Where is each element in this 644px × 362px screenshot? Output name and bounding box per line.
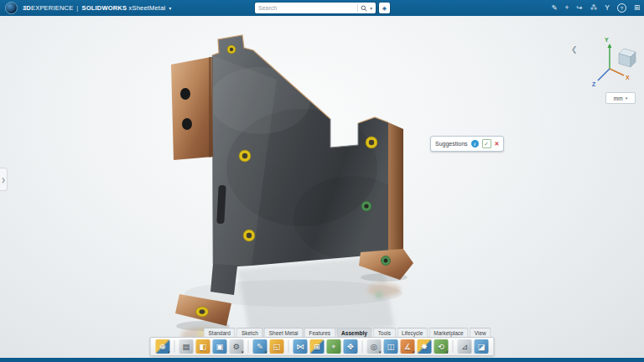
hide-show-button[interactable]: ◫ — [384, 339, 398, 354]
accept-suggestion-icon[interactable]: ✓ — [482, 139, 491, 148]
chevron-down-icon: ▾ — [168, 349, 170, 354]
tab-features[interactable]: Features — [304, 328, 335, 337]
toolbar-separator — [288, 340, 289, 353]
mate-icon: ⋈ — [296, 343, 304, 351]
search-divider — [357, 4, 358, 12]
section-view-button[interactable]: ◪ — [475, 339, 489, 354]
reference-geometry-button[interactable]: ∡▾ — [401, 339, 415, 354]
sketch-icon: ✎ — [257, 343, 263, 351]
new-document-button[interactable]: ▤ — [179, 339, 194, 354]
exploded-view-icon: ✸ — [421, 343, 428, 351]
move-component-icon: ✥ — [347, 343, 354, 351]
brand-app: xSheetMetal — [128, 4, 165, 12]
orientation-triad[interactable]: Y X Z — [589, 35, 642, 90]
save-icon: ▣ — [216, 343, 224, 351]
insert-component-icon: ⊕ — [159, 343, 166, 351]
app-title[interactable]: 3DEXPERIENCE | SOLIDWORKS xSheetMetal ▾ — [23, 4, 172, 12]
x-axis-label: X — [626, 75, 630, 80]
units-value: mm — [614, 96, 623, 101]
add-icon[interactable]: + — [565, 4, 569, 12]
insert-component-button[interactable]: ⊕▾ — [156, 339, 170, 354]
brand-product: SOLIDWORKS — [82, 4, 127, 12]
chevron-down-icon: ▾ — [626, 96, 628, 101]
linear-pattern-icon: ⊞ — [314, 343, 320, 351]
collapse-panel-icon[interactable]: ❮ — [571, 45, 578, 54]
search-icon[interactable] — [361, 5, 367, 12]
tab-marketplace[interactable]: Marketplace — [428, 328, 468, 337]
tab-sheet-metal[interactable]: Sheet Metal — [264, 328, 304, 337]
units-dropdown[interactable]: mm ▾ — [605, 92, 636, 104]
toolbar-separator — [174, 340, 175, 353]
measure-button[interactable]: ⊿ — [458, 339, 472, 354]
tab-lifecycle[interactable]: Lifecycle — [397, 328, 428, 337]
tab-tools[interactable]: Tools — [373, 328, 396, 337]
assembly-toolbar: ⊕▾ ▤ ◧ ▣ ⚙▾ ✎▾ ◱ ⋈ ⊞ ⌖ ✥ ◎▾ ◫ ∡▾ ✸ ⟲▾ ⊿ … — [150, 337, 495, 356]
hide-show-icon: ◫ — [387, 343, 395, 351]
chevron-down-icon: ▾ — [265, 349, 267, 354]
viewport-3d[interactable] — [0, 16, 644, 358]
branch-icon[interactable]: Y — [605, 4, 610, 12]
sketch-button[interactable]: ✎▾ — [253, 339, 267, 354]
chevron-down-icon: ▾ — [379, 349, 382, 354]
share-icon[interactable]: ↪ — [577, 4, 583, 12]
annotate-icon[interactable]: ✎ — [551, 4, 557, 12]
z-axis-label: Z — [592, 81, 596, 87]
interference-check-icon: ⟲ — [438, 343, 444, 351]
measure-icon: ⊿ — [461, 343, 468, 351]
suggestions-popup: Suggestions i ✓ ✕ — [430, 136, 504, 152]
3dexperience-logo-icon[interactable] — [5, 2, 18, 14]
reference-geometry-icon: ∡ — [404, 343, 412, 351]
toolbar-separator — [248, 340, 249, 353]
display-style-button[interactable]: ◎▾ — [367, 339, 382, 354]
brand-3d: 3D — [23, 4, 31, 12]
smart-fasteners-icon: ⌖ — [331, 343, 335, 351]
apps-icon[interactable]: ⊞ — [634, 4, 640, 12]
help-icon[interactable]: ? — [617, 3, 626, 13]
brand-experience: EXPERIENCE — [31, 4, 73, 12]
new-document-icon: ▤ — [183, 343, 190, 351]
application-window: 3DEXPERIENCE | SOLIDWORKS xSheetMetal ▾ … — [0, 0, 644, 362]
close-icon[interactable]: ✕ — [495, 141, 500, 147]
section-view-icon: ◪ — [478, 343, 486, 351]
chevron-down-icon: ▾ — [446, 349, 449, 354]
top-bar: 3DEXPERIENCE | SOLIDWORKS xSheetMetal ▾ … — [0, 0, 644, 16]
smart-fasteners-button[interactable]: ⌖ — [327, 339, 341, 354]
topbar-actions: ✎ + ↪ ⁂ Y ? ⊞ — [551, 0, 640, 16]
linear-pattern-button[interactable]: ⊞ — [310, 339, 325, 354]
open-document-button[interactable]: ◧ — [196, 339, 210, 354]
collaborate-icon[interactable]: ⁂ — [590, 4, 598, 12]
open-document-icon: ◧ — [200, 343, 207, 351]
search-options-chevron-icon[interactable]: ▾ — [370, 6, 372, 11]
chevron-down-icon[interactable]: ▾ — [169, 5, 171, 11]
ribbon-tabs: Standard Sketch Sheet Metal Features Ass… — [204, 328, 495, 337]
tab-standard[interactable]: Standard — [204, 328, 236, 337]
chevron-down-icon: ▾ — [413, 349, 415, 354]
tab-sketch[interactable]: Sketch — [236, 328, 263, 337]
search-input[interactable] — [255, 5, 357, 11]
y-axis-label: Y — [605, 37, 609, 43]
toolbar-separator — [362, 340, 363, 353]
view-cube — [619, 49, 636, 67]
bottom-status-strip — [0, 358, 644, 362]
mate-button[interactable]: ⋈ — [293, 339, 308, 354]
info-icon[interactable]: i — [471, 140, 479, 147]
suggestions-label: Suggestions — [435, 141, 468, 147]
chevron-down-icon: ▾ — [242, 349, 244, 354]
brand-separator: | — [76, 4, 78, 12]
edit-component-button[interactable]: ◱ — [270, 339, 284, 354]
tab-assembly[interactable]: Assembly — [336, 328, 372, 337]
tag-icon[interactable]: ◈ — [379, 3, 390, 13]
command-ribbon: Standard Sketch Sheet Metal Features Ass… — [150, 328, 495, 356]
search-bar[interactable]: ▾ — [255, 3, 376, 13]
move-component-button[interactable]: ✥ — [344, 339, 358, 354]
toolbar-separator — [453, 340, 454, 353]
display-style-icon: ◎ — [371, 343, 377, 351]
expand-panel-icon[interactable]: ❯ — [0, 168, 8, 191]
save-button[interactable]: ▣ — [213, 339, 227, 354]
exploded-view-button[interactable]: ✸ — [418, 339, 432, 354]
tab-view[interactable]: View — [470, 328, 491, 337]
edit-component-icon: ◱ — [273, 343, 281, 351]
options-button[interactable]: ⚙▾ — [230, 339, 244, 354]
gear-icon: ⚙ — [233, 343, 241, 351]
interference-check-button[interactable]: ⟲▾ — [434, 339, 449, 354]
